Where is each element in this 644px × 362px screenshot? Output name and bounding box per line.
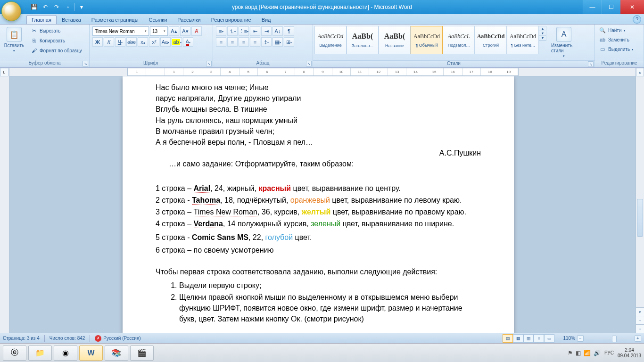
tray-network-icon[interactable]: 📶 (584, 350, 591, 356)
bullets-button[interactable]: ≡▾ (216, 26, 226, 36)
style-emphasis[interactable]: AaBbCcDdВыделение (314, 26, 347, 54)
style-nospace[interactable]: AaBbCcDd¶ Без инте... (507, 26, 539, 54)
zoom-out-button[interactable]: − (577, 335, 584, 342)
dialog-launcher-icon[interactable]: ↘ (83, 61, 88, 66)
tab-layout[interactable]: Разметка страницы (86, 15, 144, 24)
style-heading[interactable]: AaBb(Заголово... (347, 26, 379, 54)
tab-review[interactable]: Рецензирование (206, 15, 256, 24)
change-styles-button[interactable]: A Изменить стили ▾ (549, 26, 578, 59)
replace-button[interactable]: abЗаменить (597, 35, 631, 44)
zoom-slider[interactable] (586, 337, 633, 339)
taskbar-explorer[interactable]: 📁 (28, 346, 52, 361)
status-page[interactable]: Страница: 3 из 4 (3, 336, 40, 341)
scrollbar-thumb[interactable] (637, 199, 643, 237)
strike-button[interactable]: abc (126, 37, 137, 47)
show-marks-button[interactable]: ¶ (284, 26, 294, 36)
format-painter-button[interactable]: 🖌Формат по образцу (28, 46, 84, 55)
close-button[interactable]: ✕ (620, 0, 644, 14)
italic-button[interactable]: К (104, 37, 114, 47)
taskbar-moviemaker[interactable]: 🎬 (130, 346, 154, 361)
find-button[interactable]: 🔍Найти▾ (597, 25, 627, 35)
line-spacing-button[interactable]: ‡▾ (261, 37, 272, 47)
borders-button[interactable]: ⊞▾ (284, 37, 294, 47)
copy-button[interactable]: ⎘Копировать (28, 36, 84, 45)
tray-language[interactable]: РУС (604, 350, 614, 355)
web-layout-view-button[interactable]: ▥ (523, 334, 534, 343)
change-case-button[interactable]: Aa▾ (160, 37, 171, 47)
help-button[interactable]: ? (633, 15, 641, 24)
style-title[interactable]: AaBb(Название (379, 26, 411, 54)
horizontal-ruler[interactable]: 112345678910111213141516171819 (9, 68, 636, 76)
outdent-button[interactable]: ⇤ (250, 26, 260, 36)
scroll-down-icon[interactable]: ▾ (636, 307, 644, 316)
tab-insert[interactable]: Вставка (57, 15, 86, 24)
draft-view-button[interactable]: ▭ (544, 334, 554, 343)
vertical-ruler: L (0, 68, 9, 333)
font-color-button[interactable]: A▾ (183, 37, 193, 47)
scroll-up-icon[interactable]: ▴ (636, 68, 644, 76)
style-normal[interactable]: AaBbCcDd¶ Обычный (411, 26, 443, 54)
status-words[interactable]: Число слов: 842 (50, 336, 85, 341)
new-doc-icon[interactable]: ▫ (63, 2, 73, 12)
tab-view[interactable]: Вид (256, 15, 276, 24)
grow-font-button[interactable]: A▴ (169, 26, 179, 36)
bold-button[interactable]: Ж (92, 37, 103, 47)
tab-mailings[interactable]: Рассылки (172, 15, 206, 24)
font-size-combo[interactable]: 13▾ (150, 26, 168, 36)
cut-button[interactable]: ✂Вырезать (28, 26, 84, 35)
redo-icon[interactable]: ↷ (52, 2, 61, 12)
tray-updates-icon[interactable]: ◧ (576, 350, 581, 356)
print-layout-view-button[interactable]: ▤ (503, 334, 513, 343)
style-strong[interactable]: AaBbCcDdСтрогий (475, 26, 507, 54)
numbering-button[interactable]: ⒈▾ (227, 26, 238, 36)
full-reading-view-button[interactable]: ▦ (513, 334, 523, 343)
outline-view-button[interactable]: ≡ (534, 334, 544, 343)
tab-references[interactable]: Ссылки (144, 15, 173, 24)
zoom-in-button[interactable]: + (635, 335, 641, 342)
office-button[interactable] (1, 1, 29, 29)
document-page[interactable]: Нас было много на челне; Иныепарус напря… (123, 76, 514, 333)
shading-button[interactable]: ▦▾ (272, 37, 283, 47)
tray-clock[interactable]: 2:04 09.04.2013 (618, 347, 641, 359)
tab-selector-button[interactable]: L (0, 68, 8, 76)
style-subtitle[interactable]: AaBbCcLПодзагол... (443, 26, 475, 54)
align-center-button[interactable]: ≡ (227, 37, 238, 47)
align-right-button[interactable]: ≡ (239, 37, 249, 47)
styles-gallery-more[interactable]: ▴▾▾ (539, 26, 546, 41)
minimize-button[interactable]: — (583, 0, 602, 14)
superscript-button[interactable]: x² (149, 37, 159, 47)
qat-dropdown-icon[interactable]: ▾ (77, 2, 86, 12)
taskbar-ie[interactable]: ⓔ (3, 346, 26, 361)
dialog-launcher-icon[interactable]: ↘ (206, 61, 212, 66)
clear-format-button[interactable]: A̸ (191, 26, 202, 36)
sort-button[interactable]: A↓ (272, 26, 283, 36)
indent-button[interactable]: ⇥ (261, 26, 272, 36)
multilevel-button[interactable]: ⋮≡▾ (239, 26, 249, 36)
zoom-value[interactable]: 110% (563, 336, 575, 341)
save-icon[interactable]: 💾 (29, 2, 39, 12)
status-language[interactable]: ✗Русский (Россия) (95, 335, 140, 342)
next-page-icon[interactable]: ◦ (636, 324, 644, 333)
underline-button[interactable]: Ч▾ (115, 37, 125, 47)
subscript-button[interactable]: x₂ (138, 37, 148, 47)
taskbar-winrar[interactable]: 📚 (105, 346, 128, 361)
taskbar-chrome[interactable]: ◉ (54, 346, 77, 361)
maximize-button[interactable]: ☐ (602, 0, 620, 14)
highlight-button[interactable]: ab▾ (172, 37, 182, 47)
shrink-font-button[interactable]: A▾ (180, 26, 190, 36)
align-left-button[interactable]: ≡ (216, 37, 226, 47)
prev-page-icon[interactable]: ◦ (636, 316, 644, 324)
font-name-combo[interactable]: Times New Roman▾ (92, 26, 149, 36)
undo-icon[interactable]: ↶ (41, 2, 50, 12)
justify-button[interactable]: ≡ (250, 37, 260, 47)
vertical-scrollbar[interactable]: ▴ ▾ ◦ ◦ (636, 68, 644, 333)
paste-button[interactable]: 📋 Вставить ▾ (2, 26, 26, 54)
group-label-font: Шрифт↘ (90, 60, 213, 67)
tray-flag-icon[interactable]: ⚑ (568, 350, 573, 356)
tab-home[interactable]: Главная (26, 15, 57, 24)
taskbar-word[interactable]: W (79, 346, 103, 361)
dialog-launcher-icon[interactable]: ↘ (588, 61, 594, 67)
select-button[interactable]: ▭Выделить▾ (597, 44, 635, 54)
dialog-launcher-icon[interactable]: ↘ (306, 61, 312, 66)
tray-volume-icon[interactable]: 🔊 (594, 350, 601, 356)
